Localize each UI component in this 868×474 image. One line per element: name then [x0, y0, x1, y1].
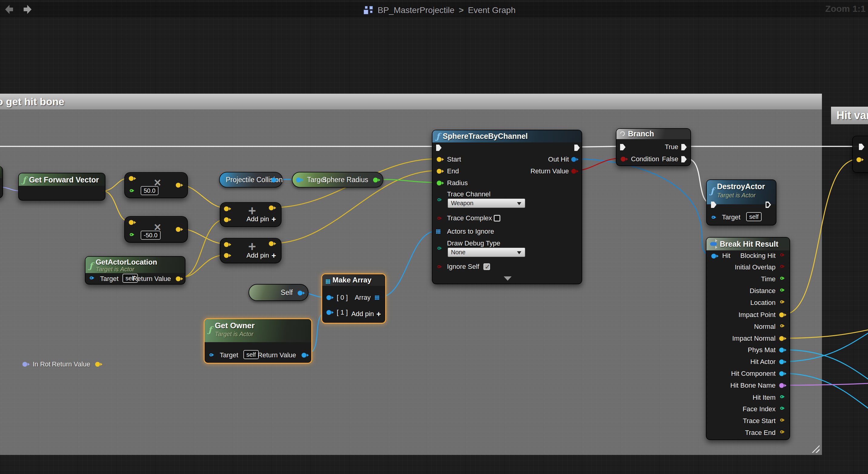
- pin-location[interactable]: [780, 301, 783, 304]
- node-vector-add-2[interactable]: + Add pin+: [220, 238, 282, 263]
- node-get-sphere-radius[interactable]: Target Sphere Radius: [292, 172, 383, 188]
- pin-out-hit[interactable]: [571, 157, 576, 162]
- pin-phys-mat[interactable]: [779, 348, 784, 352]
- node-sphere-trace-by-channel[interactable]: ƒ SphereTraceByChannel Start End Radius …: [432, 130, 582, 284]
- node-get-actor-location[interactable]: ƒ GetActorLocation Target is Actor Targe…: [85, 256, 185, 285]
- wire-hitactor-right[interactable]: [783, 333, 868, 361]
- break-output-row: Hit Actor: [707, 358, 789, 367]
- pin-a-in[interactable]: [224, 242, 229, 247]
- pin-result-out[interactable]: [176, 227, 181, 232]
- pin-start[interactable]: [437, 157, 441, 162]
- pin-exec-in[interactable]: [620, 144, 625, 150]
- pin-a-in[interactable]: [224, 207, 229, 211]
- pin-b-in[interactable]: [224, 217, 229, 222]
- pin-initial-overlap[interactable]: [780, 265, 783, 268]
- pin-return-value[interactable]: [95, 362, 100, 367]
- pin-return-value[interactable]: [571, 169, 576, 173]
- pin-array-out[interactable]: [375, 295, 376, 297]
- pin-target[interactable]: [90, 276, 93, 279]
- pin-hit-actor[interactable]: [779, 359, 784, 364]
- pin-float-in[interactable]: [130, 189, 133, 192]
- pin-impact-point[interactable]: [779, 313, 784, 317]
- add-pin-button[interactable]: Add pin+: [351, 310, 381, 319]
- partial-node-right[interactable]: [852, 136, 868, 173]
- node-multiply-50[interactable]: 50.0 ×: [124, 172, 188, 198]
- pin-trace-end[interactable]: [780, 430, 783, 433]
- pin-result-out[interactable]: [176, 183, 181, 188]
- pin-result-out[interactable]: [269, 206, 274, 210]
- pin-result-out[interactable]: [269, 241, 274, 246]
- pin-return-value[interactable]: [302, 353, 306, 358]
- pin-hit-item[interactable]: [780, 395, 783, 398]
- pin-out[interactable]: [271, 178, 276, 183]
- wire-exec-trace-to-branch[interactable]: [576, 147, 618, 147]
- pin-hit-bone-name[interactable]: [779, 383, 784, 388]
- wire-outhit-to-breakhit[interactable]: [575, 159, 713, 255]
- wire-impactpoint-right[interactable]: [783, 159, 858, 315]
- pin-time[interactable]: [780, 277, 783, 280]
- pin-exec-in[interactable]: [859, 144, 864, 150]
- pin-vector-in[interactable]: [857, 157, 861, 162]
- pin-actors-to-ignore[interactable]: [436, 229, 437, 231]
- pin-element-1[interactable]: [327, 310, 331, 315]
- pin-ignore-self[interactable]: [437, 265, 440, 268]
- pin-blocking-hit[interactable]: [780, 253, 783, 256]
- expand-node-button[interactable]: [504, 276, 512, 281]
- ignore-self-checkbox[interactable]: [484, 263, 490, 270]
- pin-exec-true[interactable]: [681, 144, 687, 150]
- pin-vector-in[interactable]: [129, 220, 134, 225]
- pin-exec-in[interactable]: [436, 145, 441, 151]
- pin-trace-start[interactable]: [780, 418, 783, 421]
- node-self[interactable]: Self: [249, 284, 309, 301]
- trace-complex-checkbox[interactable]: [494, 215, 500, 222]
- wire-hitcomponent-right[interactable]: [783, 373, 868, 409]
- pin-impact-normal[interactable]: [779, 336, 784, 341]
- pin-normal[interactable]: [780, 324, 783, 327]
- node-break-hit-result[interactable]: Break Hit Result Hit Blocking Hit Initia…: [706, 237, 790, 440]
- partial-node-left[interactable]: [0, 166, 3, 198]
- pin-face-index[interactable]: [780, 407, 783, 410]
- wire-array-to-ignore[interactable]: [379, 231, 437, 297]
- wire-physmat-right[interactable]: [783, 350, 868, 379]
- pin-vector-in[interactable]: [129, 176, 134, 181]
- pin-draw-debug-type[interactable]: [437, 247, 440, 250]
- pin-trace-complex[interactable]: [437, 217, 440, 220]
- add-pin-button[interactable]: Add pin+: [246, 251, 276, 260]
- pin-float-in[interactable]: [130, 233, 133, 236]
- node-make-array[interactable]: Make Array [ 0 ] Array [ 1 ] Add pin+: [321, 273, 386, 324]
- pin-target-in[interactable]: [296, 178, 301, 183]
- pin-hit-component[interactable]: [779, 371, 784, 376]
- pin-exec-false[interactable]: [681, 156, 687, 162]
- node-multiply-neg50[interactable]: -50.0 ×: [124, 216, 188, 243]
- trace-channel-dropdown[interactable]: Weapon: [447, 198, 525, 208]
- pin-radius[interactable]: [437, 181, 441, 186]
- pin-end[interactable]: [437, 169, 441, 173]
- pin-return-value[interactable]: [176, 276, 181, 281]
- pin-element-0[interactable]: [327, 295, 331, 300]
- pin-target[interactable]: [210, 353, 213, 356]
- wire-hitbonename-right[interactable]: [783, 383, 868, 385]
- node-destroy-actor[interactable]: ƒ DestroyActor Target is Actor Target se…: [706, 180, 776, 225]
- node-get-owner[interactable]: ƒ Get Owner Target is Actor Target self …: [204, 318, 312, 364]
- pin-distance[interactable]: [780, 288, 783, 291]
- node-projectile-collision[interactable]: Projectile Collision: [219, 172, 283, 188]
- pin-in-rot[interactable]: [23, 362, 27, 367]
- pin-target[interactable]: [712, 216, 715, 219]
- pin-trace-channel[interactable]: [437, 198, 440, 201]
- event-graph-canvas[interactable]: ƒ Get Forward Vector In Rot Return Value…: [0, 0, 868, 474]
- function-icon: ƒ: [436, 131, 440, 141]
- break-output-row: Normal: [707, 323, 789, 331]
- node-vector-add-1[interactable]: + Add pin+: [220, 202, 282, 227]
- pin-condition[interactable]: [621, 157, 625, 161]
- pin-b-in[interactable]: [224, 253, 229, 258]
- draw-debug-type-dropdown[interactable]: None: [447, 248, 525, 257]
- wire-radius[interactable]: [381, 180, 437, 183]
- plus-icon: +: [376, 310, 381, 318]
- add-pin-button[interactable]: Add pin+: [246, 215, 276, 224]
- pin-exec-out[interactable]: [574, 145, 580, 151]
- wire-impactnormal-right[interactable]: [783, 330, 868, 338]
- pin-self-out[interactable]: [298, 291, 303, 295]
- pin-sphere-radius-out[interactable]: [373, 178, 378, 183]
- node-branch[interactable]: Branch Condition True False: [616, 128, 691, 166]
- node-get-forward-vector[interactable]: ƒ Get Forward Vector In Rot Return Value: [18, 173, 105, 201]
